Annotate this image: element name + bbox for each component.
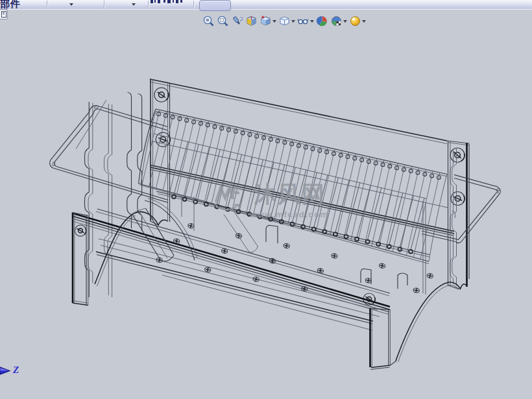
solidworks-window: 部件 沐风网 www.mfcad. [0, 0, 532, 399]
headsup-item-display-style[interactable] [278, 15, 295, 27]
z-axis-label: Z [13, 365, 19, 376]
clipped-toolbar-glyph [176, 0, 178, 3]
display-style-icon [278, 15, 291, 27]
headsup-item-view-orientation[interactable] [260, 15, 276, 27]
apply-scene-icon [330, 15, 343, 27]
headsup-item-previous-view[interactable] [231, 15, 243, 27]
clipped-toolbar-glyph [158, 0, 160, 3]
chevron-down-icon[interactable] [132, 3, 136, 6]
previous-view-icon [231, 15, 243, 27]
edit-appearance-icon [316, 15, 328, 27]
active-toolbar-button[interactable] [199, 0, 231, 11]
headsup-item-zoom-fit[interactable] [202, 15, 215, 27]
headsup-item-edit-appearance[interactable] [316, 15, 328, 27]
view-settings-icon [349, 15, 361, 27]
headsup-item-apply-scene[interactable] [330, 15, 347, 27]
view-orientation-icon [260, 15, 272, 27]
wireframe-bbq-grill-drawing[interactable] [0, 0, 532, 399]
clipped-toolbar-glyph [151, 0, 153, 3]
chevron-down-icon[interactable] [310, 20, 314, 23]
chevron-down-icon[interactable] [362, 20, 366, 23]
feature-tree-tab-icon [1, 11, 6, 18]
feature-panel-tab[interactable] [0, 9, 8, 19]
clipped-toolbar-glyph [180, 0, 182, 3]
clipped-toolbar-glyph [154, 0, 156, 3]
headsup-item-hide-show-items[interactable] [297, 15, 314, 27]
orientation-triad: Z [0, 365, 19, 376]
zoom-fit-icon [202, 15, 215, 27]
clipped-toolbar-glyph [167, 0, 171, 3]
clipped-toolbar-glyph [163, 0, 165, 3]
toolbar-separator [47, 1, 48, 8]
toolbar-separator [148, 1, 149, 8]
z-axis-arrow-icon [0, 365, 12, 376]
chevron-down-icon[interactable] [272, 20, 276, 23]
hide-show-items-icon [297, 15, 309, 27]
headsup-item-zoom-area[interactable] [217, 15, 229, 27]
toolbar-separator [104, 1, 105, 8]
heads-up-view-toolbar [202, 15, 368, 27]
chevron-down-icon[interactable] [291, 20, 295, 23]
section-view-icon [245, 15, 258, 27]
zoom-area-icon [217, 15, 229, 27]
chevron-down-icon[interactable] [69, 3, 73, 6]
chevron-down-icon[interactable] [343, 20, 347, 23]
toolbar-separator [193, 1, 195, 8]
headsup-item-view-settings[interactable] [349, 15, 366, 27]
command-toolbar: 部件 [0, 0, 532, 10]
clipped-toolbar-glyph [173, 0, 174, 3]
headsup-item-section-view[interactable] [245, 15, 258, 27]
